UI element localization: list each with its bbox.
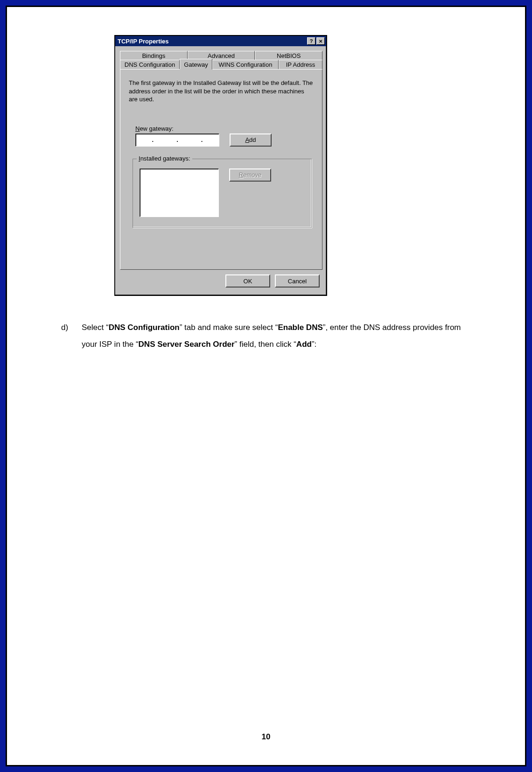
new-gateway-input[interactable]: . . . [135,133,219,147]
tab-wins-configuration[interactable]: WINS Configuration [212,60,279,70]
tab-row-front: DNS Configuration Gateway WINS Configura… [120,60,322,70]
tab-panel-gateway: The first gateway in the Installed Gatew… [120,69,322,270]
page-outer-border: TCP/IP Properties ? ✕ Bindings Advanced … [0,0,532,772]
gateway-description: The first gateway in the Installed Gatew… [129,79,314,104]
instruction-body: Select “DNS Configuration” tab and make … [82,319,471,352]
help-icon[interactable]: ? [307,37,315,45]
tab-bindings[interactable]: Bindings [120,51,188,60]
ip-dot-icon: . [152,136,154,143]
tab-strip: Bindings Advanced NetBIOS DNS Configurat… [119,51,322,70]
new-gateway-block: New gateway: . . . Add [135,125,314,147]
ok-button[interactable]: OK [225,274,270,288]
page-inner: TCP/IP Properties ? ✕ Bindings Advanced … [6,6,526,766]
tcpip-properties-dialog: TCP/IP Properties ? ✕ Bindings Advanced … [114,35,327,296]
tab-netbios[interactable]: NetBIOS [255,51,322,60]
dialog-title: TCP/IP Properties [118,38,169,45]
cancel-button[interactable]: Cancel [275,274,320,288]
dialog-titlebar: TCP/IP Properties ? ✕ [115,36,326,46]
dialog-footer: OK Cancel [119,270,322,291]
ip-dot-icon: . [201,136,203,143]
installed-gateways-group: Installed gateways: Remove [133,159,312,228]
page-number: 10 [7,732,525,742]
titlebar-buttons: ? ✕ [307,37,325,45]
installed-gateways-listbox[interactable] [140,168,219,217]
remove-button: Remove [229,168,271,182]
ip-dot-icon: . [176,136,178,143]
tab-ip-address[interactable]: IP Address [279,60,322,70]
instruction-marker: d) [61,319,82,352]
tab-row-back: Bindings Advanced NetBIOS [120,51,322,60]
instruction-paragraph: d) Select “DNS Configuration” tab and ma… [61,319,471,352]
dialog-body: Bindings Advanced NetBIOS DNS Configurat… [115,46,326,295]
new-gateway-label: New gateway: [135,125,314,132]
tab-gateway[interactable]: Gateway [180,59,212,70]
installed-gateways-label: Installed gateways: [137,155,192,162]
tab-dns-configuration[interactable]: DNS Configuration [120,60,180,70]
close-icon[interactable]: ✕ [316,37,325,45]
add-button[interactable]: Add [230,133,272,147]
